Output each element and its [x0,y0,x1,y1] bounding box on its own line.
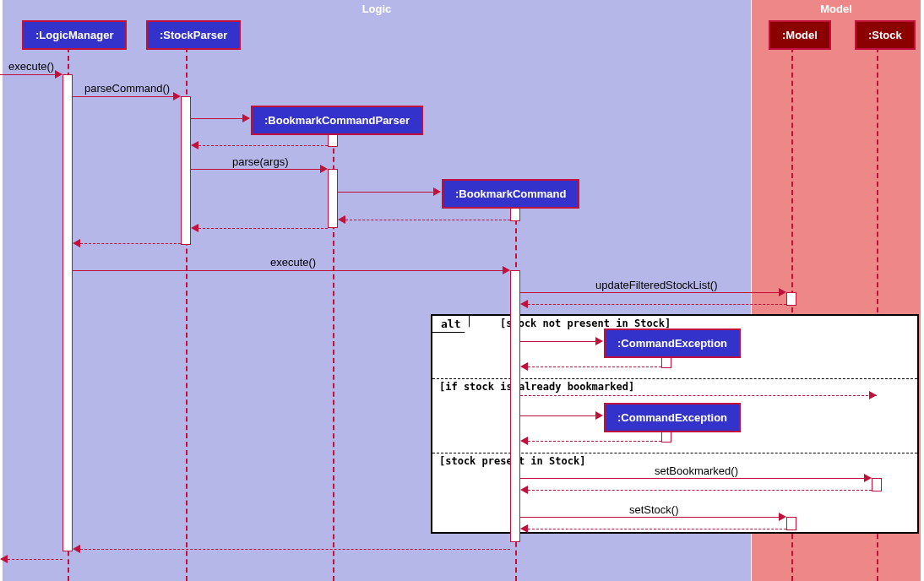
activation-stockparser [181,96,191,245]
model-title: Model [820,3,852,15]
arrowhead-updatefiltered [779,288,786,296]
participant-stockparser: :StockParser [146,20,241,50]
msg-execute2: execute() [270,256,316,269]
arrow-parseargs [191,169,323,170]
alt-cond1: [stock not present in Stock] [500,318,671,329]
return-setstock [528,529,786,529]
return-execute2 [80,549,510,550]
arrow-checkstock [520,395,877,396]
arrowhead-parsecommand [173,92,181,100]
arrow-updatefiltered [520,292,781,293]
arrowhead-execute [55,70,63,79]
return-parseargs [198,228,328,229]
alt-label: alt [432,316,470,333]
returnhead-execute2 [73,545,80,553]
arrow-setbookmarked [520,478,867,479]
msg-parsecommand: parseCommand() [84,82,170,95]
arrow-execute [0,74,56,75]
return-create-bcp [198,145,328,146]
return-parsecommand [80,243,181,244]
arrow-create-bcp [191,118,245,119]
return-setbookmarked [528,490,872,491]
return-final [8,559,63,560]
alt-sep2 [432,453,917,453]
returnhead-create-bcp [191,141,198,149]
alt-sep1 [432,378,917,379]
participant-model: :Model [769,20,831,50]
returnhead-parseargs [191,224,198,232]
arrow-parsecommand [73,96,176,97]
return-create-bc [345,220,510,220]
activation-model-setstock [786,517,796,530]
logic-title: Logic [362,3,392,15]
participant-bookmarkcommand: :BookmarkCommand [442,179,579,209]
participant-stock: :Stock [855,20,916,50]
participant-logicmanager: :LogicManager [22,20,127,50]
return-updatefiltered [528,304,786,305]
returnhead-ce1 [520,362,528,371]
return-ce1 [528,367,661,367]
msg-setstock: setStock() [629,503,679,516]
msg-updatefiltered: updateFilteredStockList() [595,279,718,291]
participant-commandexception2: :CommandException [604,403,741,432]
participant-bookmarkcommandparser: :BookmarkCommandParser [251,106,423,135]
arrowhead-parseargs [320,165,328,173]
arrowhead-checkstock [869,391,877,399]
returnhead-setstock [520,524,528,533]
arrowhead-setstock [779,513,786,521]
arrowhead-create-bcp [242,114,250,122]
arrow-ce2 [520,415,598,416]
arrow-create-bc [338,192,436,193]
arrow-ce1 [520,341,598,342]
arrowhead-create-bc [433,187,441,196]
returnhead-parsecommand [73,239,80,247]
msg-execute: execute() [8,60,54,73]
return-ce2 [528,441,661,442]
msg-parseargs: parse(args) [232,155,288,168]
returnhead-create-bc [338,215,345,224]
arrow-execute2 [73,270,505,271]
activation-model-update [786,292,796,306]
msg-setbookmarked: setBookmarked() [655,464,738,477]
returnhead-ce2 [520,437,528,445]
arrow-setstock [520,517,781,518]
arrowhead-ce1 [595,337,603,345]
returnhead-updatefiltered [520,300,528,308]
activation-bookmarkcommand-exec [510,270,520,542]
arrowhead-setbookmarked [864,474,872,482]
returnhead-final [0,555,8,563]
activation-logicmanager [63,74,73,551]
activation-stock-set [872,478,882,491]
participant-commandexception1: :CommandException [604,329,741,358]
activation-bookmarkparser-2 [328,169,338,228]
returnhead-setbookmarked [520,486,528,494]
alt-cond2: [if stock is already bookmarked] [439,381,634,393]
arrowhead-ce2 [595,411,603,420]
arrowhead-execute2 [503,266,510,274]
